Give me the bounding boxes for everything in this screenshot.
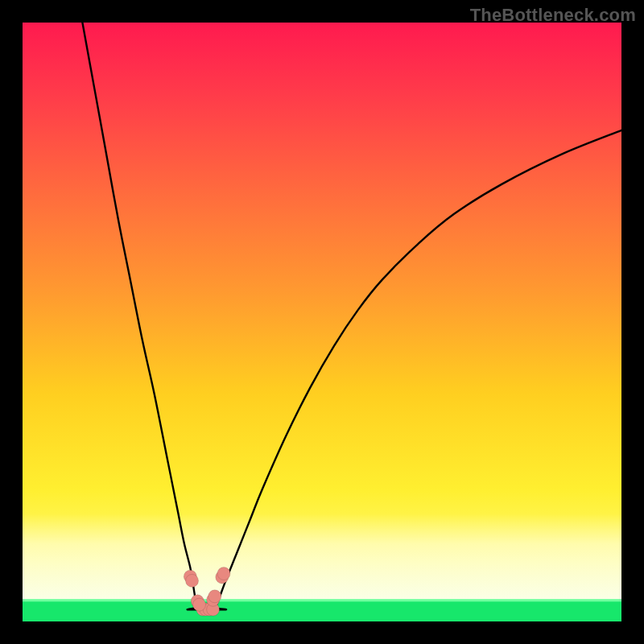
green-band: [23, 601, 621, 621]
green-band-edge: [23, 599, 621, 601]
marker-left: [192, 598, 205, 611]
watermark-text: TheBottleneck.com: [470, 5, 636, 26]
bottleneck-chart: [23, 23, 621, 621]
chart-stage: TheBottleneck.com: [0, 0, 644, 644]
marker-right: [208, 590, 221, 603]
marker-left: [186, 574, 199, 587]
marker-right: [217, 567, 230, 580]
pale-band: [23, 514, 621, 601]
